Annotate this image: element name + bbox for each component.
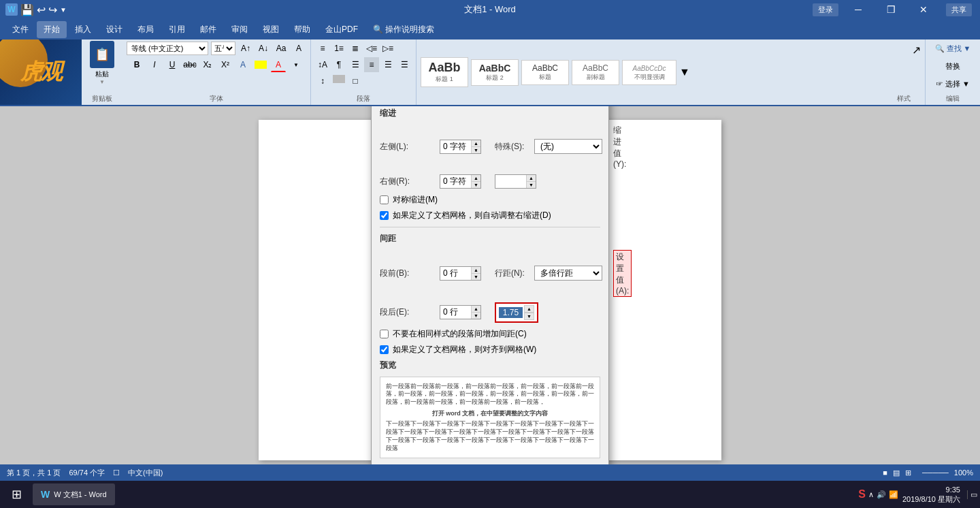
list-ordered-button[interactable]: 1≡ bbox=[331, 41, 346, 56]
auto-adjust-checkbox[interactable] bbox=[380, 211, 389, 220]
indent-value-down[interactable]: ▼ bbox=[527, 181, 536, 188]
customize-icon[interactable]: ▼ bbox=[60, 6, 67, 14]
undo-icon[interactable]: ↩ bbox=[37, 3, 46, 16]
no-add-space-checkbox[interactable] bbox=[380, 330, 389, 338]
restore-button[interactable]: ❒ bbox=[875, 0, 906, 19]
style-aabbc-1[interactable]: AaBb 标题 1 bbox=[421, 57, 468, 87]
menu-home[interactable]: 开始 bbox=[37, 21, 67, 38]
set-value-up[interactable]: ▲ bbox=[524, 305, 534, 313]
left-indent-spinbox[interactable]: ▲ ▼ bbox=[440, 140, 481, 154]
font-color-button[interactable]: A bbox=[271, 57, 286, 72]
replace-button[interactable]: 替换 bbox=[930, 59, 976, 74]
special-select[interactable]: (无) 首行缩进 悬挂缩进 bbox=[534, 139, 602, 154]
share-button[interactable]: 共享 bbox=[946, 3, 972, 16]
close-button[interactable]: ✕ bbox=[908, 0, 939, 19]
menu-design[interactable]: 设计 bbox=[99, 21, 129, 38]
text-effect-button[interactable]: A bbox=[235, 57, 250, 72]
save-icon[interactable]: 💾 bbox=[20, 3, 34, 16]
menu-mail[interactable]: 邮件 bbox=[193, 21, 223, 38]
left-indent-down[interactable]: ▼ bbox=[472, 146, 480, 153]
styles-expand-arrow[interactable]: ↗ bbox=[912, 44, 921, 57]
volume-icon[interactable]: 🔊 bbox=[877, 490, 886, 499]
style-subtitle[interactable]: AaBbC 副标题 bbox=[572, 60, 619, 85]
justify-button[interactable]: ☰ bbox=[397, 57, 412, 72]
menu-layout[interactable]: 布局 bbox=[131, 21, 161, 38]
sort-button[interactable]: ↕A bbox=[315, 57, 330, 72]
indent-value-up[interactable]: ▲ bbox=[527, 175, 536, 181]
shrink-font-button[interactable]: A↓ bbox=[256, 41, 271, 56]
style-normal[interactable]: AaBbC 标题 bbox=[521, 60, 569, 85]
mirror-indent-checkbox[interactable] bbox=[380, 195, 389, 204]
menu-jinshan[interactable]: 金山PDF bbox=[318, 21, 365, 38]
menu-help[interactable]: 帮助 bbox=[287, 21, 317, 38]
set-value-down[interactable]: ▼ bbox=[524, 313, 534, 320]
after-down[interactable]: ▼ bbox=[472, 312, 480, 319]
clear-format-button[interactable]: Aa bbox=[274, 41, 289, 56]
list-unordered-button[interactable]: ≡ bbox=[315, 41, 330, 56]
font-color-arrow[interactable]: ▼ bbox=[289, 57, 304, 72]
subscript-button[interactable]: X₂ bbox=[200, 57, 215, 72]
before-up[interactable]: ▲ bbox=[472, 267, 480, 273]
before-input[interactable] bbox=[440, 267, 471, 280]
line-spacing-button[interactable]: ↕ bbox=[315, 74, 330, 89]
menu-view[interactable]: 视图 bbox=[256, 21, 286, 38]
right-indent-input[interactable] bbox=[440, 175, 471, 188]
right-indent-down[interactable]: ▼ bbox=[472, 181, 480, 188]
align-center-button[interactable]: ≡ bbox=[364, 57, 379, 72]
indent-value-spinbox[interactable]: ▲ ▼ bbox=[495, 174, 536, 189]
view-read-icon[interactable]: ▤ bbox=[893, 469, 900, 477]
redo-icon[interactable]: ↪ bbox=[48, 3, 57, 16]
menu-references[interactable]: 引用 bbox=[162, 21, 192, 38]
border-button[interactable]: □ bbox=[348, 74, 363, 89]
after-up[interactable]: ▲ bbox=[472, 306, 480, 312]
line-spacing-select[interactable]: 多倍行距 单倍行距 1.5倍行距 2倍行距 固定值 最小值 bbox=[534, 266, 602, 281]
shade-button[interactable] bbox=[333, 75, 345, 83]
style-subtle[interactable]: AaBbCcDc 不明显强调 bbox=[622, 60, 676, 85]
indent-value-input[interactable] bbox=[495, 175, 526, 188]
menu-file[interactable]: 文件 bbox=[5, 21, 35, 38]
zoom-slider[interactable]: ───── bbox=[922, 469, 949, 477]
styles-expand-button[interactable]: ▼ bbox=[679, 66, 690, 78]
menu-insert[interactable]: 插入 bbox=[68, 21, 98, 38]
set-value-group[interactable]: ▲ ▼ bbox=[495, 302, 538, 323]
login-button[interactable]: 登录 bbox=[813, 3, 838, 16]
select-button[interactable]: ☞ 选择 ▼ bbox=[930, 76, 976, 91]
jinshan-icon[interactable]: S bbox=[858, 488, 866, 501]
menu-review[interactable]: 审阅 bbox=[225, 21, 255, 38]
strikethrough-button[interactable]: abc bbox=[182, 57, 197, 72]
show-desktop-button[interactable]: ▭ bbox=[967, 490, 977, 499]
start-button[interactable]: ⊞ bbox=[3, 481, 30, 508]
left-indent-up[interactable]: ▲ bbox=[472, 140, 480, 146]
show-marks-button[interactable]: ¶ bbox=[331, 57, 346, 72]
right-indent-spinbox[interactable]: ▲ ▼ bbox=[440, 174, 481, 189]
after-spinbox[interactable]: ▲ ▼ bbox=[440, 305, 481, 319]
grow-font-button[interactable]: A↑ bbox=[238, 41, 253, 56]
snap-to-grid-checkbox[interactable] bbox=[380, 345, 389, 354]
find-button[interactable]: 🔍 查找 ▼ bbox=[930, 41, 976, 56]
right-indent-up[interactable]: ▲ bbox=[472, 175, 480, 181]
font-name-select[interactable]: 等线 (中文正文) bbox=[127, 42, 208, 55]
after-input[interactable] bbox=[440, 306, 471, 319]
superscript-button[interactable]: X² bbox=[218, 57, 233, 72]
underline-button[interactable]: U bbox=[165, 57, 180, 72]
view-normal-icon[interactable]: ■ bbox=[883, 469, 887, 477]
set-value-input[interactable] bbox=[499, 307, 523, 318]
align-left-button[interactable]: ☰ bbox=[348, 57, 363, 72]
expand-tray-button[interactable]: ∧ bbox=[868, 490, 874, 499]
font-size-select[interactable]: 五号 bbox=[211, 42, 235, 55]
word-task-button[interactable]: W W 文档1 - Word bbox=[33, 483, 115, 505]
indent-button[interactable]: ▷≡ bbox=[380, 41, 395, 56]
before-spinbox[interactable]: ▲ ▼ bbox=[440, 266, 481, 281]
before-down[interactable]: ▼ bbox=[472, 273, 480, 280]
list-multi-button[interactable]: ≣ bbox=[348, 41, 363, 56]
network-icon[interactable]: 📶 bbox=[889, 490, 898, 499]
highlight-button[interactable] bbox=[255, 61, 267, 69]
left-indent-input[interactable] bbox=[440, 140, 471, 153]
italic-button[interactable]: I bbox=[147, 57, 162, 72]
paste-button[interactable]: 📋 粘贴 ▼ bbox=[90, 41, 114, 85]
clock-area[interactable]: 9:35 2019/8/10 星期六 bbox=[902, 485, 960, 505]
style-aabbc-2[interactable]: AaBbC 标题 2 bbox=[471, 59, 519, 86]
view-web-icon[interactable]: ⊞ bbox=[905, 469, 911, 477]
change-case-button[interactable]: A bbox=[291, 41, 306, 56]
minimize-button[interactable]: ─ bbox=[843, 0, 874, 19]
